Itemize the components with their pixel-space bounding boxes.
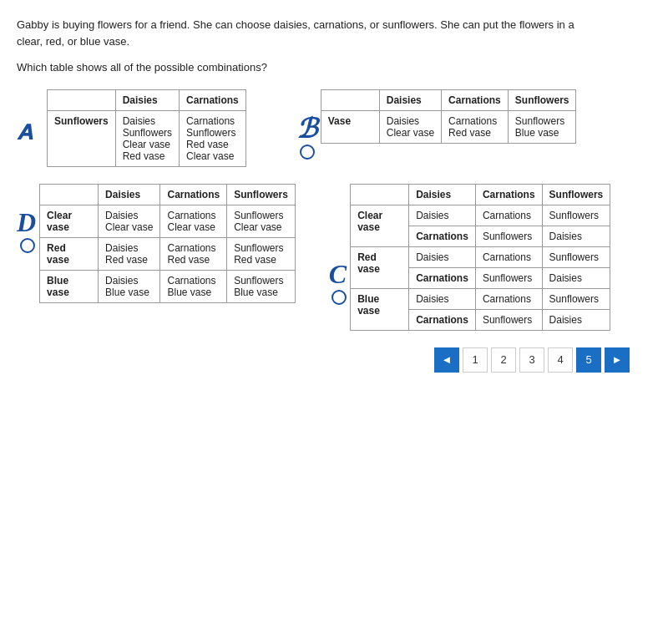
table-d-carnations-clear: CarnationsClear vase	[160, 205, 227, 237]
table-a-header-empty	[48, 89, 116, 110]
table-c: Daisies Carnations Sunflowers Clearvase …	[350, 184, 610, 331]
table-b-header-carnations: Carnations	[442, 89, 509, 110]
table-d-clearvase-label: Clearvase	[40, 205, 99, 237]
table-a-wrapper: ᴀ Daisies Carnations Sunflowers DaisiesS…	[17, 89, 246, 167]
table-d-daisies-clear: DaisiesClear vase	[99, 205, 160, 237]
table-b-wrapper: ℬ Daisies Carnations Sunflowers Vase Dai…	[296, 89, 577, 167]
table-a-header-carnations: Carnations	[180, 89, 246, 110]
table-c-sunflowers-clear1: Sunflowers	[542, 205, 610, 226]
table-d-header-empty	[40, 184, 99, 205]
table-c-header-daisies: Daisies	[409, 184, 476, 205]
table-c-carnations-blue1: Carnations	[475, 288, 542, 309]
label-d: D	[17, 207, 36, 238]
table-a-carnations-cell: CarnationsSunflowersRed vaseClear vase	[180, 110, 246, 166]
table-a-row-label: Sunflowers	[48, 110, 116, 166]
table-d: Daisies Carnations Sunflowers Clearvase …	[39, 184, 296, 303]
intro-text: Gabby is buying flowers for a friend. Sh…	[17, 17, 635, 49]
table-d-wrapper: D Daisies Carnations Sunflowers Clearvas…	[17, 184, 296, 331]
table-d-bluevase-label: Bluevase	[40, 270, 99, 302]
table-d-redvase-label: Redvase	[40, 237, 99, 270]
table-c-sunflowers-blue1: Sunflowers	[542, 288, 610, 309]
table-c-wrapper: C Daisies Carnations Sunflowers Clearvas…	[329, 184, 610, 331]
table-c-carnations-clear2: Sunflowers	[475, 226, 542, 246]
table-c-daisies-red1: Daisies	[409, 246, 476, 267]
table-d-sunflowers-red: SunflowersRed vase	[227, 237, 296, 270]
table-row: Clearvase Daisies Carnations Sunflowers	[351, 205, 610, 226]
table-b-header-empty	[321, 89, 379, 110]
table-c-clearvase-label: Clearvase	[351, 205, 409, 246]
table-b-header-sunflowers: Sunflowers	[508, 89, 576, 110]
table-c-header-empty	[351, 184, 409, 205]
table-d-carnations-blue: CarnationsBlue vase	[160, 270, 227, 302]
table-row: Bluevase DaisiesBlue vase CarnationsBlue…	[40, 270, 296, 302]
page-4-button[interactable]: 4	[548, 347, 573, 373]
table-b-vase-label: Vase	[321, 110, 379, 143]
table-row: Sunflowers DaisiesSunflowersClear vaseRe…	[48, 110, 246, 166]
prev-button[interactable]: ◄	[434, 347, 459, 373]
table-c-header-carnations: Carnations	[475, 184, 542, 205]
table-c-sunflowers-clear2: Daisies	[542, 226, 610, 246]
table-d-sunflowers-clear: SunflowersClear vase	[227, 205, 296, 237]
table-c-redvase-label: Redvase	[351, 246, 409, 288]
page-1-button[interactable]: 1	[463, 347, 488, 373]
table-c-daisies-blue1: Daisies	[409, 288, 476, 309]
table-c-sunflowers-red1: Sunflowers	[542, 246, 610, 267]
bottom-tables-row: D Daisies Carnations Sunflowers Clearvas…	[17, 184, 646, 331]
table-c-daisies-blue2: Carnations	[409, 309, 476, 330]
table-c-sunflowers-blue2: Daisies	[542, 309, 610, 330]
table-c-sunflowers-red2: Daisies	[542, 267, 610, 288]
page-3-button[interactable]: 3	[519, 347, 544, 373]
table-a-header-daisies: Daisies	[115, 89, 179, 110]
table-c-daisies-clear1: Daisies	[409, 205, 476, 226]
table-row: Clearvase DaisiesClear vase CarnationsCl…	[40, 205, 296, 237]
table-row: Bluevase Daisies Carnations Sunflowers	[351, 288, 610, 309]
table-c-header-sunflowers: Sunflowers	[542, 184, 610, 205]
table-d-header-sunflowers: Sunflowers	[227, 184, 296, 205]
table-c-carnations-clear1: Carnations	[475, 205, 542, 226]
c-circle	[332, 290, 347, 305]
table-row: Vase DaisiesClear vase CarnationsRed vas…	[321, 110, 576, 143]
table-b-header-daisies: Daisies	[379, 89, 441, 110]
table-c-carnations-red2: Sunflowers	[475, 267, 542, 288]
table-c-daisies-clear2: Carnations	[409, 226, 476, 246]
table-d-carnations-red: CarnationsRed vase	[160, 237, 227, 270]
table-row: Redvase DaisiesRed vase CarnationsRed va…	[40, 237, 296, 270]
table-a: Daisies Carnations Sunflowers DaisiesSun…	[47, 89, 246, 167]
top-tables-row: ᴀ Daisies Carnations Sunflowers DaisiesS…	[17, 89, 646, 167]
page-5-button[interactable]: 5	[576, 347, 601, 373]
label-a: ᴀ	[17, 114, 42, 146]
table-d-header-daisies: Daisies	[99, 184, 160, 205]
label-b: ℬ	[296, 113, 317, 145]
table-d-daisies-red: DaisiesRed vase	[99, 237, 160, 270]
d-circle	[20, 238, 35, 253]
table-b: Daisies Carnations Sunflowers Vase Daisi…	[321, 89, 577, 144]
table-c-carnations-blue2: Sunflowers	[475, 309, 542, 330]
table-c-carnations-red1: Carnations	[475, 246, 542, 267]
table-d-sunflowers-blue: SunflowersBlue vase	[227, 270, 296, 302]
table-c-bluevase-label: Bluevase	[351, 288, 409, 330]
table-d-header-carnations: Carnations	[160, 184, 227, 205]
b-circle	[300, 145, 315, 160]
next-button[interactable]: ►	[605, 347, 630, 373]
table-d-daisies-blue: DaisiesBlue vase	[99, 270, 160, 302]
pagination: ◄ 1 2 3 4 5 ►	[17, 347, 646, 373]
table-b-daisies-cell: DaisiesClear vase	[379, 110, 441, 143]
table-row: Redvase Daisies Carnations Sunflowers	[351, 246, 610, 267]
table-b-carnations-cell: CarnationsRed vase	[442, 110, 509, 143]
table-a-daisies-cell: DaisiesSunflowersClear vaseRed vase	[115, 110, 179, 166]
page-2-button[interactable]: 2	[491, 347, 516, 373]
table-c-daisies-red2: Carnations	[409, 267, 476, 288]
label-c: C	[329, 259, 347, 290]
question-text: Which table shows all of the possible co…	[17, 59, 646, 76]
table-b-sunflowers-cell: SunflowersBlue vase	[508, 110, 576, 143]
